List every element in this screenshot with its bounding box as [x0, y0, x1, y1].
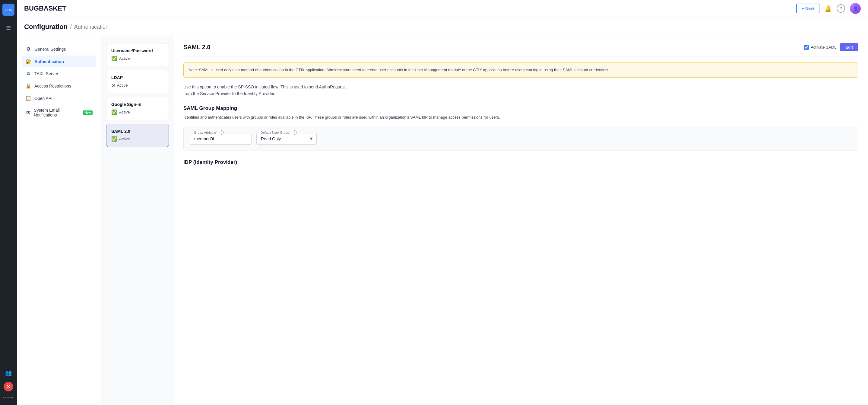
auth-card-title: Google Sign-in [111, 102, 164, 107]
left-nav: ⚙ General Settings 🔐 Authentication 🖥 TA… [17, 36, 101, 405]
breadcrumb: Configuration / Authentication [24, 23, 861, 31]
check-icon: ✅ [111, 136, 117, 142]
users-icon[interactable]: 👥 [2, 367, 15, 379]
help-icon[interactable]: ? [837, 4, 845, 13]
user-avatar[interactable]: 👤 [850, 3, 861, 14]
server-icon: 🖥 [25, 71, 31, 76]
detail-actions: Activate SAML Edit [804, 43, 858, 51]
sidebar-item-authentication[interactable]: 🔐 Authentication [22, 56, 96, 67]
group-attribute-field: Group Attribute* i [190, 133, 251, 145]
top-header: BUGBASKET + New 🔔 ? 👤 [17, 0, 868, 17]
auth-card-status: ⊗ Active [111, 82, 164, 88]
saml-description: Use this option to enable the SP-SSO ini… [183, 84, 858, 97]
nav-label-open-api: Open API [34, 96, 53, 101]
header-left: BUGBASKET [24, 4, 66, 12]
new-button[interactable]: + New [796, 4, 819, 13]
nav-label-authentication: Authentication [34, 59, 64, 64]
idp-title: IDP (Identity Provider) [183, 160, 858, 165]
detail-title: SAML 2.0 [183, 44, 211, 51]
main-content: Username/Password ✅ Active LDAP ⊗ Active… [101, 36, 868, 405]
saml-group-mapping-description: Identifies and authenticates users with … [183, 114, 858, 121]
group-attribute-input[interactable] [190, 133, 251, 145]
status-label: Active [117, 83, 128, 88]
detail-panel: SAML 2.0 Activate SAML Edit Note: SAML i… [174, 36, 868, 405]
nav-label-system-email: System Email Notifications [34, 108, 80, 117]
status-label: Active [119, 110, 130, 114]
new-badge: New [83, 111, 93, 115]
group-attribute-info-icon[interactable]: i [220, 131, 224, 135]
sidebar-item-access-restrictions[interactable]: 🔒 Access Restrictions [22, 80, 96, 92]
status-label: Active [119, 56, 130, 61]
activate-saml-checkbox[interactable] [804, 45, 809, 50]
auth-card-status: ✅ Active [111, 136, 164, 142]
nav-label-access-restrictions: Access Restrictions [34, 84, 71, 88]
auth-card-ldap[interactable]: LDAP ⊗ Active [106, 70, 169, 93]
auth-card-title: SAML 2.0 [111, 129, 164, 134]
nav-label-general-settings: General Settings [34, 47, 66, 52]
x-icon: ⊗ [111, 82, 115, 88]
check-icon: ✅ [111, 109, 117, 115]
breadcrumb-sub: Authentication [74, 24, 108, 30]
breadcrumb-main: Configuration [24, 23, 67, 31]
auth-card-status: ✅ Active [111, 56, 164, 61]
auth-card-google-signin[interactable]: Google Sign-in ✅ Active [106, 97, 169, 120]
nav-label-taxii-server: TAXII Server [34, 71, 58, 76]
page-layout: ⚙ General Settings 🔐 Authentication 🖥 TA… [17, 36, 868, 405]
sidebar-item-general-settings[interactable]: ⚙ General Settings [22, 43, 96, 55]
auth-card-title: LDAP [111, 75, 164, 80]
detail-header: SAML 2.0 Activate SAML Edit [183, 43, 858, 56]
lock-icon: 🔐 [25, 59, 31, 64]
default-user-group-label: Default User Group* i [259, 131, 298, 135]
email-icon: ✉ [25, 110, 31, 116]
api-icon: 📋 [25, 95, 31, 101]
bell-icon[interactable]: 🔔 [824, 5, 832, 12]
sidebar: CTIX ☰ 👥 ✕ CYWARE [0, 0, 17, 405]
default-user-group-info-icon[interactable]: i [292, 131, 297, 135]
note-text: Note: SAML is used only as a method of a… [188, 67, 609, 72]
header-right: + New 🔔 ? 👤 [796, 3, 861, 14]
default-user-group-field: Default User Group* i Read Only Admin Ed… [256, 133, 317, 145]
auth-card-title: Username/Password [111, 48, 164, 53]
auth-methods-list: Username/Password ✅ Active LDAP ⊗ Active… [101, 36, 174, 405]
saml-fields-box: Group Attribute* i Default User Group* i… [183, 127, 858, 151]
group-attribute-label: Group Attribute* i [193, 131, 225, 135]
page-header: Configuration / Authentication [17, 17, 868, 36]
cyware-icon[interactable]: ✕ [4, 382, 13, 392]
activate-label-text: Activate SAML [811, 45, 836, 50]
saml-group-mapping-title: SAML Group Mapping [183, 105, 858, 111]
auth-card-saml20[interactable]: SAML 2.0 ✅ Active [106, 124, 169, 147]
cyware-label: CYWARE [2, 394, 15, 401]
app-logo[interactable]: CTIX [2, 4, 14, 16]
activate-saml-label[interactable]: Activate SAML [804, 45, 836, 50]
breadcrumb-separator: / [70, 24, 72, 30]
shield-icon: 🔒 [25, 83, 31, 89]
sidebar-menu-icon[interactable]: ☰ [0, 22, 17, 34]
sidebar-item-taxii-server[interactable]: 🖥 TAXII Server [22, 68, 96, 79]
app-title: BUGBASKET [24, 4, 66, 12]
main-wrapper: BUGBASKET + New 🔔 ? 👤 Configuration / Au… [17, 0, 868, 405]
saml-note-box: Note: SAML is used only as a method of a… [183, 62, 858, 78]
status-label: Active [119, 137, 130, 141]
logo-text: CTIX [5, 8, 12, 11]
auth-card-username-password[interactable]: Username/Password ✅ Active [106, 43, 169, 66]
auth-card-status: ✅ Active [111, 109, 164, 115]
check-icon: ✅ [111, 56, 117, 61]
sidebar-item-system-email[interactable]: ✉ System Email Notifications New [22, 105, 96, 120]
sidebar-item-open-api[interactable]: 📋 Open API [22, 92, 96, 104]
edit-button[interactable]: Edit [840, 43, 858, 51]
default-user-group-select[interactable]: Read Only Admin Editor [256, 133, 317, 145]
settings-icon: ⚙ [25, 46, 31, 52]
